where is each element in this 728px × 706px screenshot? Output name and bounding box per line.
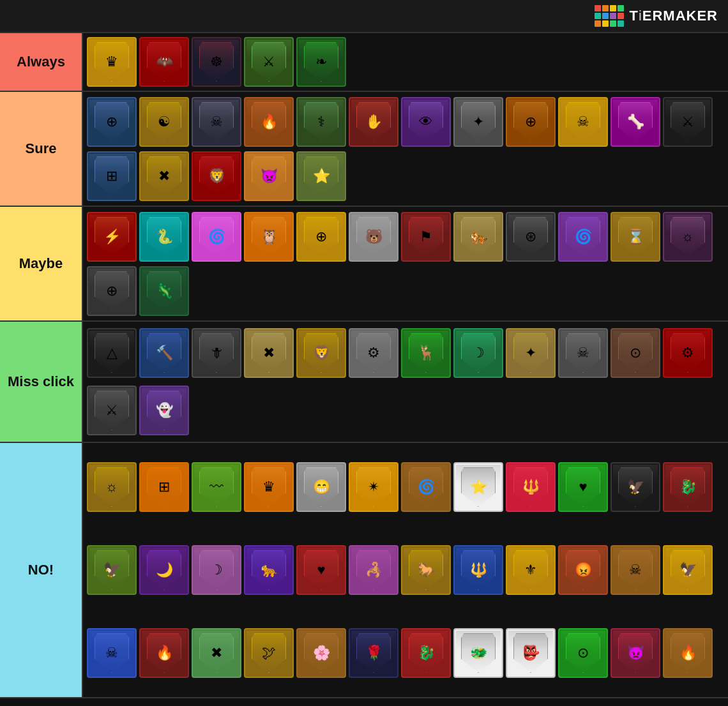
- list-item[interactable]: 🦂: [349, 545, 398, 595]
- list-item[interactable]: ⊕: [87, 266, 137, 316]
- list-item[interactable]: ⊕: [506, 97, 556, 147]
- list-item[interactable]: ⚜: [506, 545, 556, 595]
- logo-cell: [602, 13, 609, 19]
- list-item[interactable]: ☼: [87, 462, 137, 512]
- list-item[interactable]: 👺: [506, 628, 556, 678]
- list-item[interactable]: 🌀: [558, 212, 608, 262]
- list-item[interactable]: ☠: [558, 328, 608, 378]
- list-item[interactable]: ♛: [244, 462, 294, 512]
- list-item[interactable]: ⊞: [139, 462, 189, 512]
- list-item[interactable]: 🔥: [244, 97, 294, 147]
- list-item[interactable]: ⊙: [558, 628, 608, 678]
- list-item[interactable]: ☽: [192, 545, 241, 595]
- list-item[interactable]: ⌛: [610, 212, 660, 262]
- list-item[interactable]: 👻: [139, 386, 189, 435]
- list-item[interactable]: 🔱: [453, 545, 503, 595]
- list-item[interactable]: 🐉: [401, 628, 451, 678]
- list-item[interactable]: ♥: [296, 545, 346, 595]
- logo-title: TiERMAKER: [629, 8, 718, 24]
- list-item[interactable]: 🦁: [296, 328, 346, 378]
- list-item[interactable]: 〰: [192, 462, 241, 512]
- list-item[interactable]: 👿: [610, 628, 660, 678]
- list-item[interactable]: ☸: [192, 37, 241, 87]
- tier-row-no: NO! ☼⊞〰♛😁✴🌀⭐🔱♥🦅🐉🦅🌙☽🐆♥🦂🐎🔱⚜😡☠🦅☠🔥✖🕊🌸🌹🐉🐲👺⊙👿🔥: [0, 443, 728, 698]
- list-item[interactable]: ⚕: [296, 97, 346, 147]
- list-item[interactable]: ⊙: [610, 328, 660, 378]
- list-item[interactable]: ⊕: [87, 97, 137, 147]
- list-item[interactable]: 🦅: [87, 545, 137, 595]
- logo-cell: [602, 5, 609, 11]
- list-item[interactable]: 🌀: [401, 462, 451, 512]
- list-item[interactable]: ✖: [139, 151, 189, 201]
- list-item[interactable]: 🐉: [663, 462, 713, 512]
- list-item[interactable]: ☼: [663, 212, 713, 262]
- list-item[interactable]: ☠: [610, 545, 660, 595]
- list-item[interactable]: 🔨: [139, 328, 189, 378]
- list-item[interactable]: 🦎: [139, 266, 189, 316]
- tier-label-always: Always: [0, 33, 83, 91]
- list-item[interactable]: 🌙: [139, 545, 189, 595]
- list-item[interactable]: ✖: [244, 328, 294, 378]
- list-item[interactable]: 🐻: [349, 212, 398, 262]
- list-item[interactable]: 👿: [244, 151, 294, 201]
- list-item[interactable]: 🗡: [192, 328, 241, 378]
- tier-items-maybe: ⚡🐍🌀🦉⊕🐻⚑🐅⊛🌀⌛☼⊕🦎: [83, 207, 728, 320]
- list-item[interactable]: ⭐: [453, 462, 503, 512]
- tier-label-no: NO!: [0, 443, 83, 697]
- list-item[interactable]: △: [87, 328, 137, 378]
- list-item[interactable]: 👁: [401, 97, 451, 147]
- list-item[interactable]: ☠: [87, 628, 137, 678]
- list-item[interactable]: ✴: [349, 462, 398, 512]
- list-item[interactable]: 🔥: [139, 628, 189, 678]
- list-item[interactable]: ⊛: [506, 212, 556, 262]
- list-item[interactable]: 🕊: [244, 628, 294, 678]
- tier-label-miss: Miss click: [0, 322, 83, 442]
- list-item[interactable]: ⚔: [87, 386, 137, 435]
- list-item[interactable]: ♥: [558, 462, 608, 512]
- list-item[interactable]: ⚡: [87, 212, 137, 262]
- list-item[interactable]: 🔱: [506, 462, 556, 512]
- list-item[interactable]: 😁: [296, 462, 346, 512]
- list-item[interactable]: 🌸: [296, 628, 346, 678]
- list-item[interactable]: ⭐: [296, 151, 346, 201]
- list-item[interactable]: ⊕: [296, 212, 346, 262]
- list-item[interactable]: 🌀: [192, 212, 241, 262]
- list-item[interactable]: ☠: [192, 97, 241, 147]
- list-item[interactable]: ❧: [296, 37, 346, 87]
- list-item[interactable]: ☠: [558, 97, 608, 147]
- list-item[interactable]: ✦: [506, 328, 556, 378]
- list-item[interactable]: 🦁: [192, 151, 241, 201]
- tier-items-sure: ⊕☯☠🔥⚕✋👁✦⊕☠🦴⚔⊞✖🦁👿⭐: [83, 92, 728, 206]
- list-item[interactable]: ☯: [139, 97, 189, 147]
- list-item[interactable]: ⚔: [244, 37, 294, 87]
- list-item[interactable]: ⊞: [87, 151, 137, 201]
- list-item[interactable]: 🦅: [610, 462, 660, 512]
- list-item[interactable]: 🦴: [610, 97, 660, 147]
- list-item[interactable]: 🦅: [663, 545, 713, 595]
- list-item[interactable]: ✖: [192, 628, 241, 678]
- list-item[interactable]: 😡: [558, 545, 608, 595]
- list-item[interactable]: ✦: [453, 97, 503, 147]
- list-item[interactable]: ♛: [87, 37, 137, 87]
- list-item[interactable]: ⚔: [663, 97, 713, 147]
- list-item[interactable]: 🦉: [244, 212, 294, 262]
- tier-list: TiERMAKER Always ♛🦇☸⚔❧ Sure ⊕☯☠🔥⚕✋👁✦⊕☠🦴⚔…: [0, 0, 728, 698]
- list-item[interactable]: ✋: [349, 97, 398, 147]
- list-item[interactable]: ⚙: [663, 328, 713, 378]
- header: TiERMAKER: [0, 0, 728, 33]
- logo-cell: [610, 5, 616, 11]
- list-item[interactable]: 🦇: [139, 37, 189, 87]
- list-item[interactable]: 🐍: [139, 212, 189, 262]
- list-item[interactable]: 🦌: [401, 328, 451, 378]
- list-item[interactable]: 🔥: [663, 628, 713, 678]
- list-item[interactable]: 🐆: [244, 545, 294, 595]
- tier-row-sure: Sure ⊕☯☠🔥⚕✋👁✦⊕☠🦴⚔⊞✖🦁👿⭐: [0, 92, 728, 207]
- list-item[interactable]: ⚑: [401, 212, 451, 262]
- list-item[interactable]: 🌹: [349, 628, 398, 678]
- tiermaker-logo: TiERMAKER: [595, 5, 718, 27]
- list-item[interactable]: 🐲: [453, 628, 503, 678]
- list-item[interactable]: 🐎: [401, 545, 451, 595]
- list-item[interactable]: ⚙: [349, 328, 398, 378]
- list-item[interactable]: 🐅: [453, 212, 503, 262]
- list-item[interactable]: ☽: [453, 328, 503, 378]
